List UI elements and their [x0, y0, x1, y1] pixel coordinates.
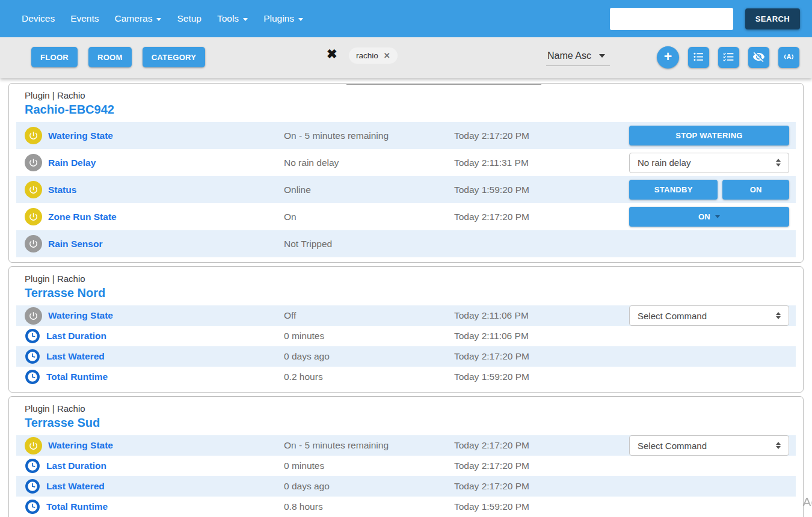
bulk-list-button[interactable]: [688, 47, 709, 68]
feature-value: No rain delay: [284, 158, 454, 168]
select-value: Select Command: [638, 441, 707, 451]
feature-label-cell: Watering State: [25, 307, 284, 325]
menu-button-label: ON: [698, 212, 710, 221]
clock-icon: [25, 458, 40, 474]
power-on-icon: [25, 181, 42, 198]
nav-item-label: Devices: [22, 13, 55, 24]
device-feature-row: Last Duration0 minutesToday 2:17:20 PM: [16, 456, 796, 476]
feature-label[interactable]: Last Duration: [46, 331, 106, 341]
feature-timestamp: Today 2:17:20 PM: [454, 130, 629, 141]
command-select[interactable]: Select Command: [629, 305, 789, 326]
feature-value: 0 minutes: [284, 331, 454, 341]
feature-value: 0 days ago: [284, 481, 454, 492]
device-feature-row: Watering StateOn - 5 minutes remainingTo…: [16, 435, 796, 456]
clock-icon: [25, 349, 40, 364]
filter-toolbar: FLOORROOMCATEGORY ✖ rachio ✕ Name Asc +A: [0, 37, 812, 78]
room-filter-button[interactable]: ROOM: [88, 47, 132, 67]
nav-item-label: Tools: [217, 13, 239, 24]
search-input[interactable]: [610, 8, 733, 30]
feature-label-cell: Rain Sensor: [25, 235, 284, 252]
power-on-icon: [25, 208, 42, 225]
feature-label[interactable]: Status: [48, 185, 76, 195]
watermark-text: Ac: [802, 495, 812, 509]
device-title[interactable]: Rachio-EBC942: [16, 102, 796, 122]
device-card: Plugin | RachioTerrasse NordWatering Sta…: [8, 266, 804, 393]
feature-value: Not Tripped: [284, 239, 454, 249]
nav-item-tools[interactable]: Tools: [217, 13, 248, 24]
device-cards: Plugin | RachioRachio-EBC942Watering Sta…: [0, 78, 812, 517]
feature-label-cell: Total Runtime: [25, 369, 284, 385]
feature-label-cell: Last Watered: [25, 479, 284, 494]
device-feature-row: Last Watered0 days agoToday 2:17:20 PM: [16, 346, 796, 367]
nav-item-cameras[interactable]: Cameras: [115, 13, 162, 24]
card-plugin-label: Plugin | Rachio: [16, 87, 796, 102]
feature-label[interactable]: Last Watered: [46, 351, 105, 362]
command-select[interactable]: No rain delay: [629, 153, 789, 173]
stop-watering-button[interactable]: STOP WATERING: [629, 126, 789, 145]
feature-timestamp: Today 1:59:20 PM: [454, 185, 629, 195]
command-select[interactable]: Select Command: [629, 435, 789, 456]
feature-label[interactable]: Total Runtime: [46, 501, 108, 512]
card-plugin-label: Plugin | Rachio: [16, 271, 796, 285]
feature-value: 0 days ago: [284, 351, 454, 362]
select-value: No rain delay: [638, 158, 691, 168]
power-off-icon: [25, 307, 42, 325]
main-nav: DevicesEventsCamerasSetupToolsPlugins: [22, 13, 303, 24]
bulk-edit-button[interactable]: [718, 47, 739, 68]
feature-timestamp: Today 1:59:20 PM: [454, 372, 629, 382]
device-feature-row: Last Duration0 minutesToday 2:11:06 PM: [16, 326, 796, 346]
filter-input-underline[interactable]: [346, 84, 541, 85]
device-feature-row: Zone Run StateOnToday 2:17:20 PMON: [16, 203, 796, 230]
chip-remove-icon[interactable]: ✕: [384, 51, 390, 60]
category-filter-button[interactable]: CATEGORY: [143, 47, 206, 67]
feature-label[interactable]: Last Duration: [46, 460, 106, 471]
feature-value: 0.2 hours: [284, 372, 454, 382]
nav-item-devices[interactable]: Devices: [22, 13, 55, 24]
nav-item-events[interactable]: Events: [70, 13, 99, 24]
device-feature-row: Watering StateOn - 5 minutes remainingTo…: [16, 122, 796, 149]
feature-control-cell: Select Command: [629, 305, 789, 326]
feature-control-cell: Select Command: [629, 435, 789, 456]
clear-filters-icon[interactable]: ✖: [327, 47, 337, 60]
sort-dropdown[interactable]: Name Asc: [546, 46, 610, 66]
feature-control-cell: ON: [629, 207, 789, 227]
feature-timestamp: Today 2:11:31 PM: [454, 158, 629, 168]
hide-devices-icon: [752, 50, 765, 65]
nav-item-plugins[interactable]: Plugins: [263, 13, 303, 24]
device-card: Plugin | RachioRachio-EBC942Watering Sta…: [8, 83, 804, 263]
feature-value: On: [284, 212, 454, 222]
feature-label[interactable]: Watering State: [48, 130, 113, 141]
filter-chip[interactable]: rachio ✕: [349, 47, 398, 64]
device-title[interactable]: Terrasse Sud: [16, 415, 796, 435]
broadcast-button[interactable]: A: [778, 47, 799, 68]
feature-label-cell: Watering State: [25, 437, 284, 454]
floor-filter-button[interactable]: FLOOR: [31, 47, 78, 67]
nav-item-label: Cameras: [115, 13, 153, 24]
feature-label[interactable]: Watering State: [48, 310, 113, 321]
feature-label-cell: Zone Run State: [25, 208, 284, 225]
on-menu-button[interactable]: ON: [629, 207, 789, 227]
feature-label[interactable]: Watering State: [48, 440, 113, 451]
feature-label[interactable]: Zone Run State: [48, 212, 117, 222]
feature-label[interactable]: Rain Delay: [48, 158, 96, 168]
feature-value: Online: [284, 185, 454, 195]
device-feature-row: Total Runtime0.8 hoursToday 1:59:20 PM: [16, 497, 796, 517]
search-button[interactable]: SEARCH: [745, 8, 800, 29]
power-off-icon: [25, 235, 42, 252]
feature-control-cell: No rain delay: [629, 153, 789, 173]
device-title[interactable]: Terrasse Nord: [16, 285, 796, 305]
feature-value: Off: [284, 310, 454, 321]
feature-value: 0.8 hours: [284, 501, 454, 512]
standby-button[interactable]: STANDBY: [629, 180, 718, 200]
add-device-button[interactable]: +: [657, 46, 679, 69]
clock-icon: [25, 328, 40, 344]
feature-label[interactable]: Last Watered: [46, 481, 105, 492]
feature-label-cell: Last Watered: [25, 349, 284, 364]
feature-value: 0 minutes: [284, 460, 454, 471]
hide-devices-button[interactable]: [748, 47, 769, 68]
on-button[interactable]: ON: [722, 180, 789, 200]
select-arrows-icon: [776, 312, 781, 320]
feature-label[interactable]: Rain Sensor: [48, 239, 102, 249]
nav-item-setup[interactable]: Setup: [177, 13, 201, 24]
feature-label[interactable]: Total Runtime: [46, 372, 108, 382]
